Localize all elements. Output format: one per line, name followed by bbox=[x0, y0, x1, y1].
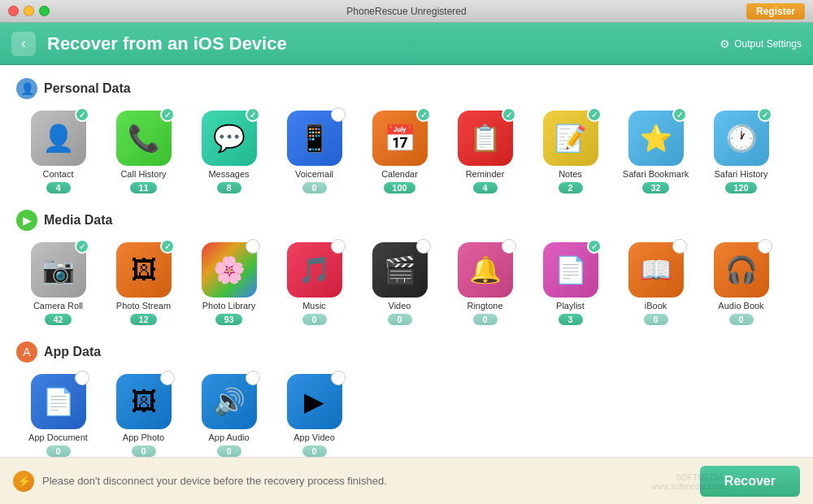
item-icon-wrapper-music: 🎵 bbox=[287, 242, 342, 298]
item-label-appaudio: App Audio bbox=[208, 432, 249, 442]
back-button[interactable]: ‹ bbox=[11, 32, 36, 56]
check-mark-contact[interactable]: ✓ bbox=[75, 107, 89, 122]
check-mark-callhistory[interactable]: ✓ bbox=[160, 107, 175, 122]
check-mark-photostream[interactable]: ✓ bbox=[160, 239, 175, 254]
check-mark-messages[interactable]: ✓ bbox=[246, 107, 260, 122]
section-personal: 👤Personal Data👤✓Contact4📞✓Call History11… bbox=[16, 78, 797, 193]
item-icon-wrapper-cameraroll: 📷✓ bbox=[31, 242, 86, 298]
item-appvideo[interactable]: ▶App Video0 bbox=[276, 374, 353, 457]
output-settings-button[interactable]: ⚙ Output Settings bbox=[720, 37, 802, 50]
item-ringtone[interactable]: 🔔Ringtone0 bbox=[446, 242, 524, 325]
section-app: AApp Data📄App Document0🖼App Photo0🔊App A… bbox=[16, 341, 797, 457]
section-icon-app: A bbox=[16, 341, 37, 363]
item-count-safarihistory: 120 bbox=[725, 182, 756, 193]
item-label-cameraroll: Camera Roll bbox=[33, 301, 83, 311]
check-mark-reminder[interactable]: ✓ bbox=[502, 107, 516, 122]
item-appphoto[interactable]: 🖼App Photo0 bbox=[105, 374, 182, 457]
check-mark-calendar[interactable]: ✓ bbox=[416, 107, 431, 122]
check-mark-voicemail[interactable] bbox=[331, 107, 346, 122]
item-label-playlist: Playlist bbox=[556, 301, 585, 311]
item-music[interactable]: 🎵Music0 bbox=[276, 242, 353, 325]
check-mark-appaudio[interactable] bbox=[246, 371, 260, 385]
item-label-callhistory: Call History bbox=[120, 169, 166, 179]
check-mark-playlist[interactable]: ✓ bbox=[587, 239, 602, 254]
item-callhistory[interactable]: 📞✓Call History11 bbox=[105, 111, 182, 193]
item-audiobook[interactable]: 🎧Audio Book0 bbox=[702, 242, 780, 325]
item-count-photostream: 12 bbox=[130, 314, 156, 325]
check-mark-appvideo[interactable] bbox=[331, 371, 346, 385]
maximize-button[interactable] bbox=[39, 6, 50, 16]
item-appaudio[interactable]: 🔊App Audio0 bbox=[190, 374, 267, 457]
check-mark-video[interactable] bbox=[416, 239, 431, 254]
item-count-voicemail: 0 bbox=[302, 182, 327, 193]
item-ibook[interactable]: 📖iBook0 bbox=[617, 242, 694, 325]
item-count-ibook: 0 bbox=[644, 314, 668, 325]
items-grid-app: 📄App Document0🖼App Photo0🔊App Audio0▶App… bbox=[16, 374, 797, 457]
item-photolibrary[interactable]: 🌸Photo Library93 bbox=[190, 242, 267, 325]
item-icon-wrapper-video: 🎬 bbox=[372, 242, 428, 298]
item-icon-wrapper-ibook: 📖 bbox=[628, 242, 684, 298]
item-label-voicemail: Voicemail bbox=[295, 169, 333, 179]
check-mark-safarihistory[interactable]: ✓ bbox=[758, 107, 772, 122]
item-label-ringtone: Ringtone bbox=[467, 301, 502, 311]
item-count-audiobook: 0 bbox=[729, 314, 754, 325]
item-photostream[interactable]: 🖼✓Photo Stream12 bbox=[105, 242, 182, 325]
item-icon-wrapper-appvideo: ▶ bbox=[287, 374, 342, 429]
check-mark-notes[interactable]: ✓ bbox=[587, 107, 602, 122]
item-label-ibook: iBook bbox=[645, 301, 667, 311]
item-icon-wrapper-safarihistory: 🕐✓ bbox=[714, 111, 769, 166]
check-mark-ibook[interactable] bbox=[672, 239, 687, 254]
item-notes[interactable]: 📝✓Notes2 bbox=[532, 111, 609, 193]
item-icon-wrapper-ringtone: 🔔 bbox=[458, 242, 513, 298]
item-playlist[interactable]: 📄✓Playlist3 bbox=[532, 242, 609, 325]
main-content: 👤Personal Data👤✓Contact4📞✓Call History11… bbox=[0, 65, 813, 457]
item-count-cameraroll: 42 bbox=[45, 314, 71, 325]
check-mark-photolibrary[interactable] bbox=[246, 239, 260, 254]
section-header-personal: 👤Personal Data bbox=[16, 78, 797, 99]
item-label-photolibrary: Photo Library bbox=[202, 301, 255, 311]
item-count-reminder: 4 bbox=[473, 182, 498, 193]
check-mark-safaribookmark[interactable]: ✓ bbox=[672, 107, 687, 122]
item-label-photostream: Photo Stream bbox=[116, 301, 171, 311]
item-voicemail[interactable]: 📱Voicemail0 bbox=[276, 111, 353, 193]
item-icon-wrapper-reminder: 📋✓ bbox=[458, 111, 513, 166]
item-safaribookmark[interactable]: ⭐✓Safari Bookmark32 bbox=[617, 111, 694, 193]
item-icon-wrapper-appdoc: 📄 bbox=[31, 374, 86, 429]
item-count-video: 0 bbox=[388, 314, 412, 325]
item-count-safaribookmark: 32 bbox=[642, 182, 668, 193]
app-title: PhoneRescue Unregistered bbox=[346, 6, 466, 17]
check-mark-audiobook[interactable] bbox=[758, 239, 772, 254]
item-reminder[interactable]: 📋✓Reminder4 bbox=[446, 111, 524, 193]
items-grid-media: 📷✓Camera Roll42🖼✓Photo Stream12🌸Photo Li… bbox=[16, 242, 797, 325]
item-label-safarihistory: Safari History bbox=[714, 169, 767, 179]
item-icon-wrapper-callhistory: 📞✓ bbox=[116, 111, 172, 166]
register-button[interactable]: Register bbox=[746, 3, 805, 20]
item-safarihistory[interactable]: 🕐✓Safari History120 bbox=[702, 111, 780, 193]
item-count-callhistory: 11 bbox=[130, 182, 156, 193]
close-button[interactable] bbox=[8, 6, 19, 16]
section-title-app: App Data bbox=[44, 345, 101, 359]
item-count-ringtone: 0 bbox=[473, 314, 498, 325]
item-video[interactable]: 🎬Video0 bbox=[361, 242, 438, 325]
section-title-personal: Personal Data bbox=[44, 81, 131, 96]
item-messages[interactable]: 💬✓Messages8 bbox=[190, 111, 267, 193]
check-mark-appdoc[interactable] bbox=[75, 371, 89, 385]
check-mark-appphoto[interactable] bbox=[160, 371, 175, 385]
section-icon-personal: 👤 bbox=[16, 78, 37, 99]
minimize-button[interactable] bbox=[24, 6, 34, 16]
item-cameraroll[interactable]: 📷✓Camera Roll42 bbox=[20, 242, 97, 325]
watermark: SOFTMEDIAwww.softmedia.com bbox=[651, 473, 724, 491]
check-mark-cameraroll[interactable]: ✓ bbox=[75, 239, 89, 254]
item-calendar[interactable]: 📅✓Calendar100 bbox=[361, 111, 438, 193]
item-icon-wrapper-audiobook: 🎧 bbox=[714, 242, 769, 298]
item-icon-wrapper-appphoto: 🖼 bbox=[116, 374, 172, 429]
item-contact[interactable]: 👤✓Contact4 bbox=[20, 111, 97, 193]
check-mark-music[interactable] bbox=[331, 239, 346, 254]
check-mark-ringtone[interactable] bbox=[502, 239, 516, 254]
item-appdoc[interactable]: 📄App Document0 bbox=[20, 374, 97, 457]
warning-text: Please don't disconnect your device befo… bbox=[42, 475, 692, 487]
titlebar: PhoneRescue Unregistered Register bbox=[0, 0, 813, 23]
item-count-playlist: 3 bbox=[559, 314, 583, 325]
item-label-calendar: Calendar bbox=[381, 169, 418, 179]
item-count-appphoto: 0 bbox=[132, 445, 156, 457]
